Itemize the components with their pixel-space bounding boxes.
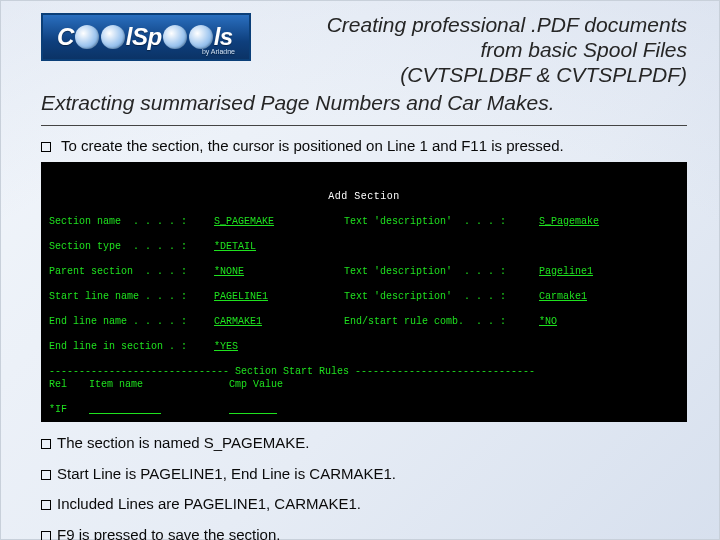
field-value: *NONE xyxy=(214,266,344,279)
slide-content: To create the section, the cursor is pos… xyxy=(41,135,687,540)
bullet-square-icon xyxy=(41,470,51,480)
slide-subtitle: Extracting summarised Page Numbers and C… xyxy=(41,91,687,116)
field-label: Section type . . . . : xyxy=(49,241,214,254)
slide-title: Creating professional .PDF documents fro… xyxy=(41,13,687,118)
field-label: Start line name . . . : xyxy=(49,291,214,304)
field-value: S_Pagemake xyxy=(539,216,599,229)
title-line-3: (CVTSPLDBF & CVTSPLPDF) xyxy=(400,63,687,86)
note-text: The section is named S_PAGEMAKE. xyxy=(57,434,309,451)
field-label: End line in section . : xyxy=(49,341,214,354)
col-item: Item name xyxy=(89,379,229,392)
terminal-screenshot: Add Section Section name . . . . :S_PAGE… xyxy=(41,162,687,422)
bullet-square-icon xyxy=(41,439,51,449)
intro-bullet-text: To create the section, the cursor is pos… xyxy=(61,137,564,154)
section-divider: ------------------------------ xyxy=(49,366,235,377)
note-item: Included Lines are PAGELINE1, CARMAKE1. xyxy=(41,493,687,516)
field-label: Text 'description' . . . : xyxy=(344,266,539,279)
bullet-square-icon xyxy=(41,142,51,152)
note-item: Start Line is PAGELINE1, End Line is CAR… xyxy=(41,463,687,486)
field-label: Parent section . . . : xyxy=(49,266,214,279)
col-rel: Rel xyxy=(49,379,89,392)
title-divider xyxy=(41,125,687,126)
intro-bullet: To create the section, the cursor is pos… xyxy=(41,137,687,154)
field-value: *DETAIL xyxy=(214,241,344,254)
note-text: Included Lines are PAGELINE1, CARMAKE1. xyxy=(57,495,361,512)
field-value: PAGELINE1 xyxy=(214,291,344,304)
start-rules-label: Section Start Rules xyxy=(235,366,349,377)
field-label: End/start rule comb. . . : xyxy=(344,316,539,329)
title-line-2: from basic Spool Files xyxy=(480,38,687,61)
slide: C lSp ls by Ariadne Creating professiona… xyxy=(0,0,720,540)
field-value: Pageline1 xyxy=(539,266,593,279)
title-line-1: Creating professional .PDF documents xyxy=(327,13,687,36)
field-value: S_PAGEMAKE xyxy=(214,216,344,229)
field-label: Section name . . . . : xyxy=(49,216,214,229)
terminal-title: Add Section xyxy=(49,191,679,204)
bullet-square-icon xyxy=(41,500,51,510)
note-item: The section is named S_PAGEMAKE. xyxy=(41,432,687,455)
if-label: *IF xyxy=(49,404,89,417)
field-label: End line name . . . . : xyxy=(49,316,214,329)
note-text: F9 is pressed to save the section. xyxy=(57,526,280,541)
field-value: *NO xyxy=(539,316,557,329)
col-cmp: Cmp Value xyxy=(229,379,319,392)
field-value: *YES xyxy=(214,341,344,354)
bullet-square-icon xyxy=(41,531,51,541)
field-value: CARMAKE1 xyxy=(214,316,344,329)
note-item: F9 is pressed to save the section. xyxy=(41,524,687,541)
note-text: Start Line is PAGELINE1, End Line is CAR… xyxy=(57,465,396,482)
field-value: Carmake1 xyxy=(539,291,587,304)
rule-input xyxy=(229,404,319,417)
rule-input xyxy=(89,404,229,417)
field-label: Text 'description' . . . : xyxy=(344,291,539,304)
field-label: Text 'description' . . . : xyxy=(344,216,539,229)
notes-list: The section is named S_PAGEMAKE. Start L… xyxy=(41,432,687,540)
